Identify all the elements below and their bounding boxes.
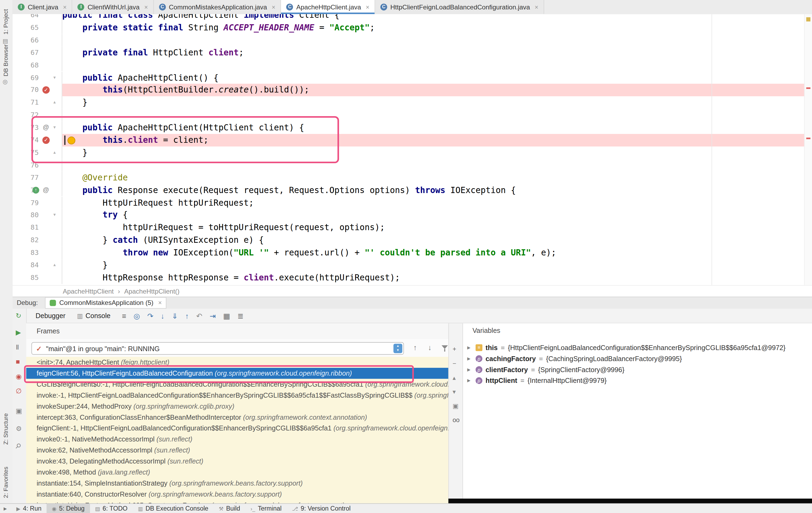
code-text[interactable]: public Response execute(Request request,…	[62, 184, 812, 196]
resume-icon[interactable]: ▶	[16, 329, 21, 336]
move-up-icon[interactable]: ▴	[453, 374, 456, 381]
stop-icon[interactable]: ■	[16, 358, 20, 366]
move-down-icon[interactable]: ▾	[453, 388, 456, 396]
editor-tab[interactable]: IClientWithUrl.java×	[72, 0, 153, 14]
watches-icon[interactable]: oo	[453, 417, 460, 424]
layout-menu-icon[interactable]: ≡	[122, 312, 126, 320]
stack-frame[interactable]: instantiate:640, ConstructorResolver (or…	[26, 488, 448, 500]
toolwindow-button-structure[interactable]: Z: Structure	[3, 413, 9, 445]
error-stripe-mark[interactable]	[806, 87, 811, 89]
stack-frame[interactable]: instantiate:154, SimpleInstantiationStra…	[26, 478, 448, 489]
editor-tab[interactable]: CApacheHttpClient.java×	[281, 0, 375, 14]
code-text[interactable]: public final class ApacheHttpClient impl…	[62, 14, 812, 22]
copy-icon[interactable]: ▣	[453, 402, 458, 409]
toolwindow-button-project[interactable]: 1: Project	[3, 9, 9, 35]
status-item-4-run[interactable]: ▶4: Run	[11, 504, 47, 513]
editor-tab[interactable]: IClient.java×	[12, 0, 72, 14]
gutter[interactable]: 85	[12, 272, 62, 284]
code-text[interactable]	[62, 59, 812, 71]
stack-frame[interactable]: feignClient:-1, HttpClientFeignLoadBalan…	[26, 423, 448, 434]
combo-stepper-icon[interactable]: ▲▼	[394, 344, 402, 353]
gutter[interactable]: 67	[12, 47, 62, 59]
tab-debugger[interactable]: Debugger	[35, 312, 65, 320]
code-text[interactable]: try {	[62, 209, 812, 221]
status-item-5-debug[interactable]: ◉5: Debug	[47, 504, 90, 513]
code-text[interactable]: }	[62, 96, 812, 109]
code-text[interactable]: throw new IOException("URL '" + request.…	[62, 247, 812, 259]
pause-icon[interactable]: Ⅱ	[16, 343, 19, 351]
fold-icon[interactable]: ▴	[53, 96, 56, 109]
editor-tab[interactable]: CHttpClientFeignLoadBalancedConfiguratio…	[375, 0, 544, 14]
gutter[interactable]: 64	[12, 14, 62, 22]
gutter[interactable]: 80▾	[12, 209, 62, 221]
code-text[interactable]: }	[62, 259, 812, 271]
view-as-table-icon[interactable]: ▦	[223, 312, 230, 320]
expand-arrow-icon[interactable]: ▶	[467, 367, 472, 372]
add-watch-icon[interactable]: +	[453, 345, 456, 352]
debug-settings-icon[interactable]: ⚙	[16, 425, 22, 433]
step-out-icon[interactable]: ↑	[185, 312, 189, 320]
fold-icon[interactable]: ▾	[53, 72, 56, 84]
toolwindow-button-db-browser[interactable]: DB Browser	[3, 45, 9, 76]
variable-row[interactable]: ▶pcachingFactory={CachingSpringLoadBalan…	[463, 353, 812, 364]
editor-scrollbar[interactable]	[804, 14, 812, 285]
tab-console[interactable]: Console	[86, 312, 111, 320]
variable-row[interactable]: ▶pclientFactory={SpringClientFactory@999…	[463, 364, 812, 375]
expand-arrow-icon[interactable]: ▶	[467, 356, 472, 361]
inspection-marker[interactable]	[806, 17, 811, 22]
gutter[interactable]: 68	[12, 59, 62, 71]
thread-selector[interactable]: ✓ "main"@1 in group "main": RUNNING ▲▼	[31, 342, 404, 355]
code-text[interactable]: this(HttpClientBuilder.create().build())…	[62, 84, 812, 96]
close-icon[interactable]: ×	[158, 299, 162, 307]
code-text[interactable]: public ApacheHttpClient() {	[62, 72, 812, 84]
gutter[interactable]: 83	[12, 247, 62, 259]
fold-icon[interactable]: ▴	[53, 259, 56, 272]
drop-frame-icon[interactable]: ↶	[196, 312, 202, 320]
layout-settings-icon[interactable]: ≣	[237, 312, 243, 320]
debug-session-tab[interactable]: CommonMistakesApplication (5) ×	[45, 297, 167, 309]
fold-icon[interactable]: ▾	[53, 209, 56, 222]
gutter[interactable]: 69▾	[12, 72, 62, 84]
status-item-6-todo[interactable]: ▤6: TODO	[90, 504, 133, 513]
code-text[interactable]: HttpUriRequest httpUriRequest;	[62, 197, 812, 209]
step-into-icon[interactable]: ↓	[161, 312, 165, 320]
stack-frame[interactable]: invoke:498, Method (java.lang.reflect)	[26, 467, 448, 478]
rerun-icon[interactable]: ↻	[16, 312, 21, 320]
stack-frame[interactable]: invoke:62, NativeMethodAccessorImpl (sun…	[26, 445, 448, 456]
code-text[interactable]	[62, 34, 812, 46]
gutter[interactable]: 78↑@	[12, 184, 62, 196]
close-icon[interactable]: ×	[272, 3, 276, 11]
gutter[interactable]: 71▴	[12, 96, 62, 109]
gutter[interactable]: 77	[12, 172, 62, 184]
view-breakpoints-icon[interactable]: ◉	[16, 372, 22, 380]
gutter[interactable]: 65	[12, 22, 62, 34]
expand-arrow-icon[interactable]: ▶	[467, 345, 472, 350]
toolwindow-toggle-icon[interactable]: ▶	[0, 506, 11, 511]
stack-frame[interactable]: invokeSuper:244, MethodProxy (org.spring…	[26, 401, 448, 412]
status-item-9-version-control[interactable]: ⎇9: Version Control	[287, 504, 356, 513]
close-icon[interactable]: ×	[366, 3, 370, 11]
step-over-icon[interactable]: ↷	[147, 312, 153, 320]
toolwindow-button-favorites[interactable]: 2: Favorites	[3, 467, 9, 498]
code-text[interactable]: httpUriRequest = toHttpUriRequest(reques…	[62, 222, 812, 234]
close-icon[interactable]: ×	[144, 3, 148, 11]
code-text[interactable]: HttpResponse httpResponse = client.execu…	[62, 272, 812, 284]
show-execution-point-icon[interactable]: ◎	[134, 312, 140, 320]
code-text[interactable]: } catch (URISyntaxException e) {	[62, 234, 812, 246]
variable-row[interactable]: ▶≡this={HttpClientFeignLoadBalancedConfi…	[463, 342, 812, 353]
code-text[interactable]: private static final String ACCEPT_HEADE…	[62, 22, 812, 34]
gutter[interactable]: 66	[12, 34, 62, 46]
run-to-cursor-icon[interactable]: ⇥	[210, 312, 216, 320]
mute-breakpoints-icon[interactable]: ∅	[16, 387, 22, 395]
next-frame-icon[interactable]: ↓	[428, 343, 432, 351]
stack-frame[interactable]: invoke:-1, HttpClientFeignLoadBalancedCo…	[26, 390, 448, 401]
db-browser-icon[interactable]: ◎	[3, 79, 8, 85]
stack-frame[interactable]: invoke0:-1, NativeMethodAccessorImpl (su…	[26, 434, 448, 445]
gutter[interactable]: 81	[12, 222, 62, 234]
filter-frames-icon[interactable]	[441, 345, 448, 351]
thread-dump-icon[interactable]: ▣	[16, 407, 22, 415]
expand-arrow-icon[interactable]: ▶	[467, 378, 472, 383]
project-folder-icon[interactable]: ▤	[3, 38, 8, 45]
override-marker-icon[interactable]: ↑	[32, 187, 39, 193]
gutter[interactable]: 84▴	[12, 259, 62, 271]
